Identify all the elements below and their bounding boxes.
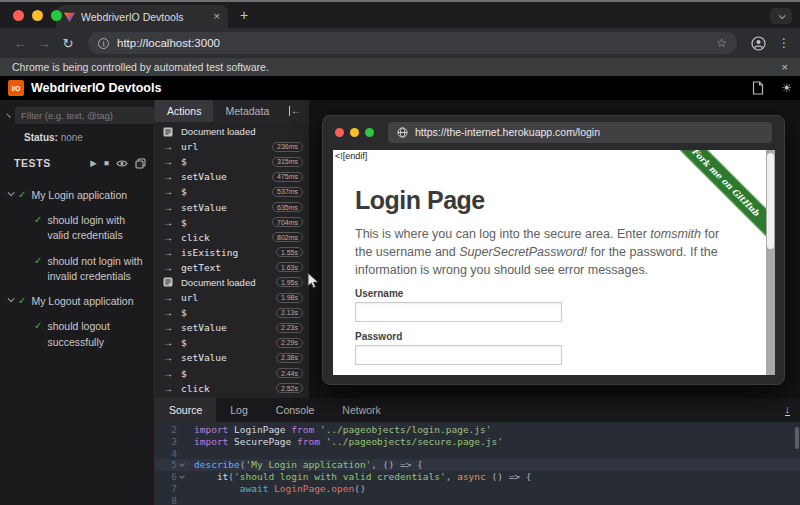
- site-info-icon[interactable]: i: [98, 38, 109, 49]
- preview-scrollbar[interactable]: [766, 150, 775, 375]
- tab-close-icon[interactable]: ×: [214, 11, 220, 22]
- action-row[interactable]: →setValue475ms: [155, 169, 309, 184]
- fold-spacer: [177, 495, 186, 505]
- username-field[interactable]: [355, 302, 562, 322]
- action-command-label: url: [181, 141, 265, 152]
- browser-menu-icon[interactable]: ⋮: [778, 36, 790, 50]
- fold-spacer: [177, 436, 186, 448]
- tab-search-button[interactable]: [770, 8, 792, 24]
- close-window-button[interactable]: [13, 10, 24, 21]
- tab-network[interactable]: Network: [328, 398, 395, 422]
- suite-row[interactable]: ✓My Logout application: [6, 289, 150, 314]
- browser-tab[interactable]: WebdriverIO Devtools ×: [56, 5, 228, 28]
- download-report-icon[interactable]: ↓: [785, 404, 791, 416]
- tab-log[interactable]: Log: [216, 398, 262, 422]
- app-window: WebdriverIO Devtools × + ← → ↻ i http://…: [0, 0, 800, 505]
- filter-row: [0, 100, 154, 129]
- token-id: it: [217, 471, 228, 482]
- code-line[interactable]: 2import LoginPage from '../pageobjects/l…: [155, 424, 800, 436]
- token-kw2: async: [457, 471, 486, 482]
- fold-toggle-icon[interactable]: [177, 459, 186, 471]
- forward-button[interactable]: →: [34, 36, 54, 51]
- tab-source[interactable]: Source: [155, 398, 216, 422]
- action-duration-badge: 236ms: [272, 142, 303, 152]
- action-row[interactable]: →setValue2.23s: [155, 320, 309, 335]
- action-row[interactable]: Document loaded: [155, 124, 309, 139]
- chevron-down-icon: [778, 12, 785, 19]
- code-line[interactable]: 4: [155, 448, 800, 460]
- test-row[interactable]: ✓should logout successfully: [6, 314, 150, 354]
- code-text: [186, 448, 194, 460]
- watch-tests-icon[interactable]: [116, 159, 128, 168]
- code-scrollbar-thumb[interactable]: [795, 427, 799, 449]
- action-duration-badge: 2.23s: [276, 323, 303, 333]
- maximize-window-button[interactable]: [51, 10, 62, 21]
- test-row[interactable]: ✓should login with valid credentials: [6, 208, 150, 248]
- action-row[interactable]: Document loaded1.95s: [155, 275, 309, 290]
- code-line[interactable]: 6 it('should login with valid credential…: [155, 471, 800, 483]
- action-row[interactable]: →$2.44s: [155, 366, 309, 381]
- action-command-label: isExisting: [181, 247, 269, 258]
- code-line[interactable]: 7 await LoginPage.open(): [155, 483, 800, 495]
- minimize-window-button[interactable]: [32, 10, 43, 21]
- theme-toggle-icon[interactable]: ☀: [781, 81, 792, 95]
- test-label: should not login with invalid credential…: [47, 254, 148, 284]
- window-controls[interactable]: [13, 10, 62, 21]
- test-row[interactable]: ✓should not login with invalid credentia…: [6, 249, 150, 289]
- chevron-down-icon[interactable]: [8, 295, 15, 302]
- tab-metadata[interactable]: Metadata: [213, 100, 281, 122]
- passed-check-icon: ✓: [18, 294, 26, 307]
- action-row[interactable]: →$2.29s: [155, 335, 309, 350]
- bookmark-star-icon[interactable]: ☆: [716, 36, 727, 50]
- action-row[interactable]: →$2.13s: [155, 305, 309, 320]
- fold-spacer: [177, 424, 186, 436]
- action-row[interactable]: →setValue635ms: [155, 199, 309, 214]
- run-tests-button[interactable]: ▶: [90, 158, 97, 168]
- collapse-panel-icon[interactable]: ←: [289, 106, 301, 116]
- code-line[interactable]: 5describe('My Login application', () => …: [155, 459, 800, 471]
- token-cls: LoginPage: [274, 483, 325, 494]
- action-row[interactable]: →$704ms: [155, 215, 309, 230]
- action-row[interactable]: →setValue2.38s: [155, 350, 309, 365]
- command-arrow-icon: →: [163, 202, 174, 213]
- url-text[interactable]: http://localhost:3000: [117, 37, 708, 49]
- infobar-close-icon[interactable]: ×: [782, 61, 788, 73]
- action-row[interactable]: →click2.52s: [155, 381, 309, 396]
- back-button[interactable]: ←: [10, 36, 30, 51]
- action-row[interactable]: →url236ms: [155, 139, 309, 154]
- action-row[interactable]: →$315ms: [155, 154, 309, 169]
- tab-console[interactable]: Console: [262, 398, 329, 422]
- source-code-viewer[interactable]: 2import LoginPage from '../pageobjects/l…: [155, 422, 800, 505]
- address-bar[interactable]: i http://localhost:3000 ☆: [88, 32, 737, 54]
- chevron-down-icon[interactable]: [8, 189, 15, 196]
- filter-input[interactable]: [15, 107, 159, 124]
- new-tab-button[interactable]: +: [240, 7, 248, 23]
- browser-toolbar: ← → ↻ i http://localhost:3000 ☆ ⋮: [0, 28, 800, 58]
- line-number: 4: [155, 448, 177, 460]
- action-command-label: getText: [181, 262, 269, 273]
- command-arrow-icon: →: [163, 383, 174, 394]
- action-row[interactable]: →url1.98s: [155, 290, 309, 305]
- preview-scrollbar-thumb[interactable]: [767, 153, 774, 249]
- suite-row[interactable]: ✓My Login application: [6, 183, 150, 208]
- action-row[interactable]: →isExisting1.55s: [155, 245, 309, 260]
- action-event-label: Document loaded: [181, 126, 303, 137]
- action-row[interactable]: →click802ms: [155, 230, 309, 245]
- password-field[interactable]: [355, 345, 562, 365]
- sidebar-collapse-icon[interactable]: [6, 113, 10, 117]
- action-row[interactable]: →$537ms: [155, 184, 309, 199]
- group-tests-icon[interactable]: [135, 158, 146, 169]
- tab-actions[interactable]: Actions: [155, 100, 213, 122]
- code-line[interactable]: 3import SecurePage from '../pageobjects/…: [155, 436, 800, 448]
- code-line[interactable]: 8: [155, 495, 800, 505]
- profile-icon[interactable]: [751, 36, 766, 51]
- token-fn: describe: [194, 459, 240, 470]
- fork-me-ribbon[interactable]: Fork me on GitHub: [680, 150, 775, 245]
- fold-toggle-icon[interactable]: [177, 471, 186, 483]
- reload-button[interactable]: ↻: [58, 36, 78, 51]
- action-row[interactable]: →getText1.63s: [155, 260, 309, 275]
- report-file-icon[interactable]: [752, 81, 764, 95]
- github-ribbon-wrap: Fork me on GitHub: [680, 150, 775, 245]
- stop-tests-button[interactable]: ■: [104, 158, 109, 168]
- tests-sidebar: Status: none TESTS ▶ ■ ✓My Login applica…: [0, 100, 155, 505]
